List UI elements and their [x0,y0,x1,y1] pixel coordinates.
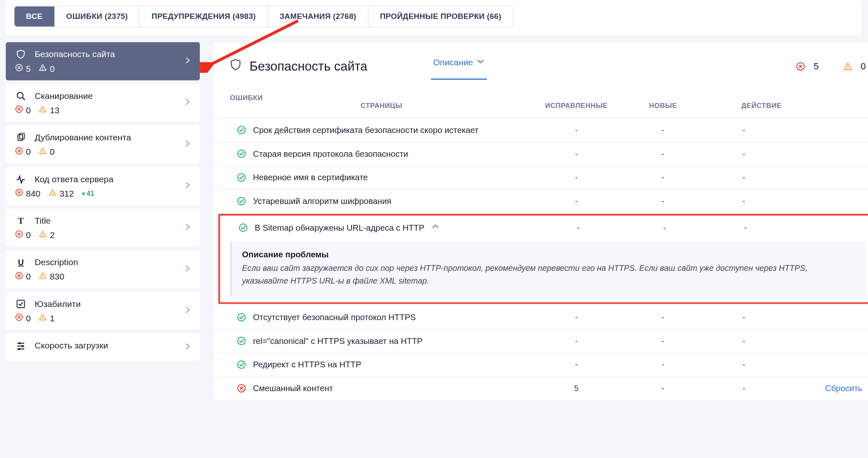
sidebar-item-security[interactable]: Безопасность сайта 5 0 [6,42,200,80]
sidebar-item-server-code[interactable]: Код ответа сервера 840 312 41 [6,167,200,205]
highlighted-row: В Sitemap обнаружены URL-адреса с HTTP--… [218,214,868,304]
cell-pages: - [533,149,620,158]
sidebar-item-usability[interactable]: Юзабилити 0 1 [6,292,200,330]
ok-icon [232,223,255,232]
sidebar-item-label: Код ответа сервера [34,174,113,184]
error-icon [230,384,253,393]
shield-icon [15,49,27,59]
cell-new: - [706,384,781,393]
cell-pages: 5 [533,384,620,393]
cell-fixed: - [620,197,706,206]
sidebar-item-label: Скорость загрузки [34,340,108,350]
pulse-icon [15,174,27,184]
tab-all[interactable]: ВСЕ [14,6,55,26]
tab-errors[interactable]: ОШИБКИ (2375) [55,6,140,26]
sidebar-item-label: Дублирование контента [34,132,131,142]
issue-description-panel: Описание проблемыЕсли ваш сайт загружает… [231,242,865,297]
table-row[interactable]: Отсутствует безопасный протокол HTTPS--- [214,305,868,329]
tab-notes[interactable]: ЗАМЕЧАНИЯ (2768) [268,6,368,26]
delta-badge: 41 [82,189,94,197]
ok-icon [230,337,253,346]
tab-warnings[interactable]: ПРЕДУПРЕЖДЕНИЯ (4983) [140,6,268,26]
page-title: Безопасность сайта [230,59,367,74]
col-pages: СТРАНИЦЫ [230,102,533,110]
issue-name: rel="canonical" с HTTPS указывает на HTT… [253,337,533,346]
error-count: 0 [15,147,31,157]
warning-count: 830 [39,272,64,282]
warning-count: 1 [39,313,55,323]
header-warning-count: 0 [843,61,866,71]
col-errors: ОШИБКИ [230,94,533,102]
cell-pages: - [535,223,621,232]
cell-new: - [706,337,781,346]
warning-count: 312 [48,188,74,198]
chevron-up-icon[interactable] [432,222,440,232]
cell-pages: - [533,313,620,322]
cell-fixed: - [620,173,706,182]
sliders-icon [15,341,27,350]
letter-u-icon [15,257,27,267]
tab-description[interactable]: Описание [431,53,487,80]
sidebar-item-duplicate[interactable]: Дублирование контента 0 0 [6,126,200,164]
cell-fixed: - [620,384,706,393]
col-new: НОВЫЕ [620,102,706,110]
reset-link[interactable]: Сбросить [825,384,862,393]
cell-fixed: - [620,337,706,346]
sidebar-item-crawling[interactable]: Сканирование 0 13 [6,84,200,122]
warning-count: 0 [39,64,55,73]
sidebar-item-label: Безопасность сайта [34,49,115,59]
cell-fixed: - [620,126,706,135]
sidebar-item-description[interactable]: Description 0 830 [6,250,200,289]
chevron-right-icon [184,264,192,274]
table-row[interactable]: Редирект с HTTPS на HTTP--- [214,353,868,376]
chevron-right-icon [184,181,192,191]
chevron-right-icon [184,342,192,352]
issue-name: Редирект с HTTPS на HTTP [253,360,533,370]
check-square-icon [15,299,27,309]
chevron-right-icon [184,140,192,149]
ok-icon [230,360,253,370]
warning-count: 0 [39,147,55,157]
error-count: 0 [15,105,31,115]
issue-name: Смешанный контент [253,384,533,393]
error-count: 5 [15,64,31,73]
issue-name: Срок действия сертификата безопасности с… [253,126,533,135]
description-title: Описание проблемы [242,250,855,259]
cell-new: - [706,173,781,182]
chevron-right-icon [184,56,192,66]
cell-new: - [708,223,783,232]
tab-passed[interactable]: ПРОЙДЕННЫЕ ПРОВЕРКИ (66) [368,6,513,26]
error-count: 0 [15,230,31,240]
warning-count: 2 [39,230,55,240]
sidebar-item-label: Юзабилити [34,299,80,309]
error-count: 840 [15,188,41,198]
main-header: Безопасность сайта Описание 5 0 [214,42,868,80]
table-row[interactable]: В Sitemap обнаружены URL-адреса с HTTP--… [220,215,868,239]
table-row[interactable]: Срок действия сертификата безопасности с… [214,118,868,142]
filter-tabs-card: ВСЕ ОШИБКИ (2375) ПРЕДУПРЕЖДЕНИЯ (4983) … [6,0,862,35]
cell-fixed: - [620,313,706,322]
shield-icon [230,59,241,74]
main-panel: Безопасность сайта Описание 5 0 ОШИБКИ С… [214,42,868,400]
chevron-right-icon [184,98,192,108]
ok-icon [230,197,253,206]
ok-icon [230,173,253,182]
chevron-down-icon [477,57,485,67]
table-row[interactable]: Устаревший алгоритм шифрования--- [214,189,868,213]
issue-name: Отсутствует безопасный протокол HTTPS [253,313,533,322]
sidebar: Безопасность сайта 5 0 Сканирование 0 13… [6,42,200,400]
table-row[interactable]: Смешанный контент5--Сбросить [214,376,868,400]
sidebar-item-title[interactable]: Title 0 2 [6,208,200,247]
sidebar-item-label: Title [34,215,50,225]
ok-icon [230,313,253,322]
sidebar-item-speed[interactable]: Скорость загрузки [6,333,200,360]
table-row[interactable]: Неверное имя в сертификате--- [214,165,868,189]
table-row[interactable]: Старая версия протокола безопасности--- [214,142,868,165]
cell-action: Сбросить [781,384,862,393]
error-count: 0 [15,272,31,282]
table-row[interactable]: rel="canonical" с HTTPS указывает на HTT… [214,329,868,353]
chevron-right-icon [184,306,192,316]
cell-new: - [706,360,781,370]
sidebar-item-label: Сканирование [34,91,93,101]
cell-pages: - [533,173,620,182]
